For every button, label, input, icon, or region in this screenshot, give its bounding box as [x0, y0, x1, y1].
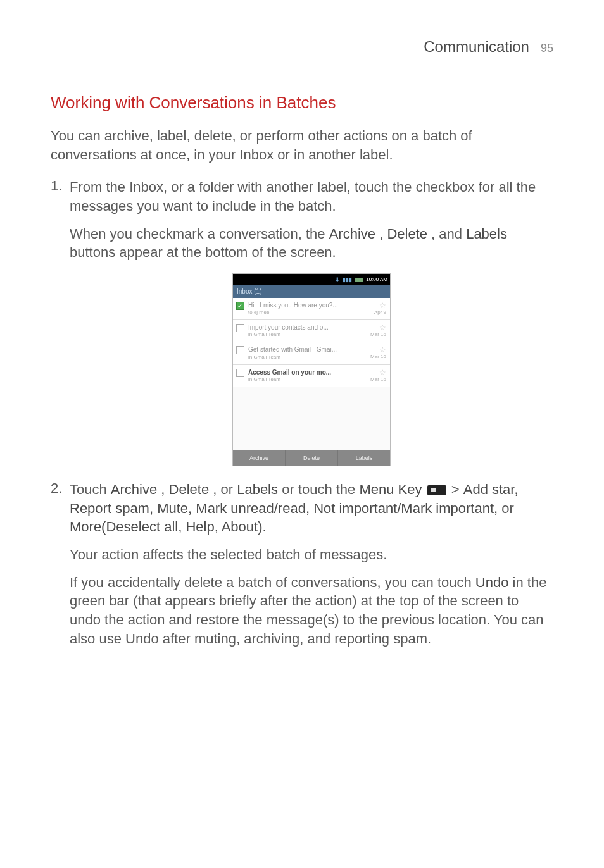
- section-heading: Working with Conversations in Batches: [51, 93, 553, 113]
- delete-button[interactable]: Delete: [286, 450, 338, 466]
- mail-list-empty-area: [233, 387, 390, 450]
- gmail-header: Inbox (1): [233, 285, 390, 298]
- step-2-s1: ,: [161, 481, 168, 497]
- step-2-more-ref: More(Deselect all, Help, About).: [70, 519, 267, 535]
- inbox-label: Inbox (1): [237, 287, 261, 296]
- step-2-effect: Your action affects the selected batch o…: [70, 545, 553, 564]
- mail-date: Mar 16: [370, 376, 386, 383]
- step-2-s2: , or: [213, 481, 237, 497]
- step-1-sub-post: buttons appear at the bottom of the scre…: [70, 244, 336, 260]
- step-2-labels-ref: Labels: [237, 481, 278, 497]
- screenshot-container: ⬇ ▮▮▮ 10:00 AM Inbox (1) ☆Hi - I miss yo…: [70, 273, 553, 466]
- mail-subject: Import your contacts and o...: [248, 323, 386, 332]
- mail-list: ☆Hi - I miss you.. How are you?...to ej …: [233, 298, 390, 387]
- menu-key-icon: [427, 485, 446, 495]
- status-time: 10:00 AM: [366, 276, 387, 283]
- mail-date: Mar 16: [370, 332, 386, 338]
- step-2: Touch Archive , Delete , or Labels or to…: [51, 480, 553, 648]
- signal-icon: ▮▮▮: [343, 276, 352, 283]
- mail-subject: Hi - I miss you.. How are you?...: [248, 301, 386, 310]
- step-1-delete-ref: Delete: [387, 226, 427, 242]
- step-2-delete-ref: Delete: [169, 481, 210, 497]
- mail-sender: to ej rhee: [248, 309, 386, 316]
- mail-sender: in Gmail Team: [248, 376, 386, 383]
- step-2-pre: Touch: [70, 481, 111, 497]
- step-1-main: From the Inbox, or a folder with another…: [70, 178, 553, 215]
- step-1-labels-ref: Labels: [466, 226, 507, 242]
- mail-subject: Get started with Gmail - Gmai...: [248, 345, 386, 354]
- step-1-sep1: ,: [379, 226, 387, 242]
- step-2-undo-ref: Undo: [475, 574, 509, 590]
- intro-paragraph: You can archive, label, delete, or perfo…: [51, 127, 553, 164]
- step-2-main: Touch Archive , Delete , or Labels or to…: [70, 480, 553, 536]
- step-2-s4: >: [451, 481, 463, 497]
- mail-checkbox[interactable]: [236, 302, 244, 310]
- status-bar: ⬇ ▮▮▮ 10:00 AM: [233, 274, 390, 285]
- mail-checkbox[interactable]: [236, 369, 244, 377]
- step-2-menu-key-ref: Menu Key: [359, 481, 422, 497]
- step-1-sub: When you checkmark a conversation, the A…: [70, 225, 553, 262]
- mail-sender: in Gmail Team: [248, 354, 386, 361]
- mail-date: Mar 16: [370, 354, 386, 361]
- mail-row[interactable]: ☆Access Gmail on your mo...in Gmail Team…: [233, 365, 390, 387]
- phone-screenshot: ⬇ ▮▮▮ 10:00 AM Inbox (1) ☆Hi - I miss yo…: [232, 273, 391, 466]
- mail-checkbox[interactable]: [236, 324, 244, 332]
- archive-button[interactable]: Archive: [233, 450, 286, 466]
- labels-button[interactable]: Labels: [338, 450, 390, 466]
- page-header-title: Communication: [424, 38, 529, 56]
- mail-row[interactable]: ☆Get started with Gmail - Gmai...in Gmai…: [233, 342, 390, 364]
- page-number: 95: [541, 42, 553, 55]
- mail-checkbox[interactable]: [236, 346, 244, 354]
- mail-row[interactable]: ☆Hi - I miss you.. How are you?...to ej …: [233, 298, 390, 320]
- step-1: From the Inbox, or a folder with another…: [51, 178, 553, 466]
- step-1-archive-ref: Archive: [329, 226, 375, 242]
- download-icon: ⬇: [335, 276, 340, 283]
- step-2-undo-pre: If you accidentally delete a batch of co…: [70, 574, 475, 590]
- mail-row[interactable]: ☆Import your contacts and o...in Gmail T…: [233, 320, 390, 342]
- batch-action-bar: Archive Delete Labels: [233, 450, 390, 466]
- page-header: Communication 95: [51, 38, 553, 61]
- battery-icon: [355, 278, 363, 282]
- step-1-sub-pre: When you checkmark a conversation, the: [70, 226, 329, 242]
- step-2-s5: or: [501, 500, 514, 516]
- step-2-s3: or touch the: [282, 481, 359, 497]
- mail-subject: Access Gmail on your mo...: [248, 368, 386, 377]
- mail-sender: in Gmail Team: [248, 332, 386, 338]
- step-2-undo: If you accidentally delete a batch of co…: [70, 573, 553, 648]
- step-2-archive-ref: Archive: [111, 481, 157, 497]
- step-1-sep2: , and: [431, 226, 466, 242]
- mail-date: Apr 9: [374, 309, 386, 316]
